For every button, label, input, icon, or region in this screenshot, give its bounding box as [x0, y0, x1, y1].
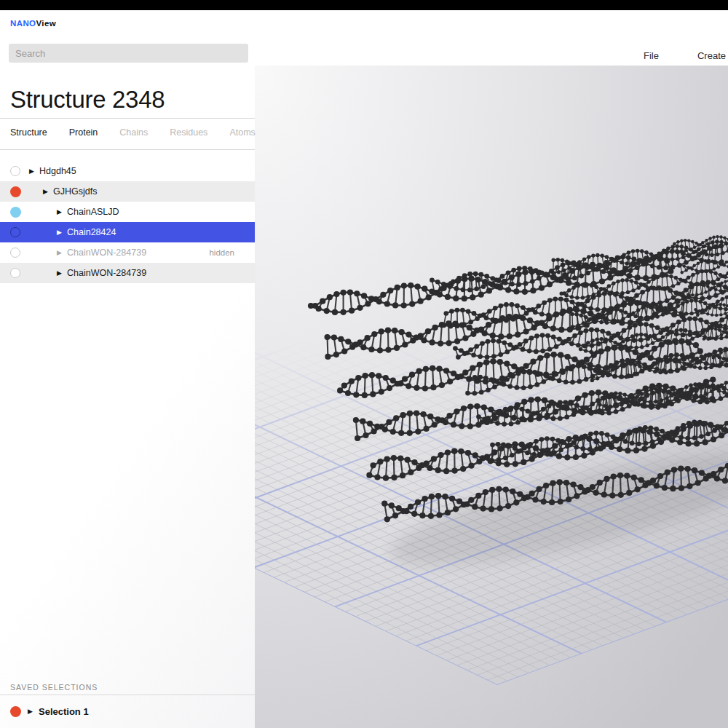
expand-triangle-icon[interactable]: ▶	[57, 229, 62, 237]
divider	[0, 149, 255, 150]
app-logo-secondary: View	[36, 19, 56, 28]
tab-bar: StructureProteinChainsResiduesAtoms	[10, 127, 256, 138]
saved-selections-list: ▶Selection 1	[0, 700, 255, 722]
visibility-status-badge: hidden	[209, 248, 234, 257]
selection-circle-icon[interactable]	[10, 248, 20, 258]
selection-circle-icon[interactable]	[10, 166, 20, 176]
tree-row-label: GJHGsjdfs	[53, 186, 97, 197]
expand-triangle-icon[interactable]: ▶	[57, 208, 62, 216]
tree-row-chainasljd[interactable]: ▶ChainASLJD	[0, 202, 255, 222]
tree-row-label: Hdgdh45	[39, 166, 76, 176]
search-bar	[9, 44, 248, 63]
saved-selections-header: SAVED SELECTIONS	[10, 683, 98, 692]
search-input[interactable]	[9, 44, 248, 63]
structure-tree: ▶Hdgdh45▶GJHGsjdfs▶ChainASLJD▶Chain28424…	[0, 161, 255, 283]
tab-protein[interactable]: Protein	[69, 127, 98, 138]
selection-circle-icon[interactable]	[10, 227, 20, 237]
tab-atoms: Atoms	[229, 127, 255, 138]
expand-triangle-icon[interactable]: ▶	[43, 188, 48, 196]
red-selection-circle-icon[interactable]	[10, 186, 21, 197]
top-menu: FileCreate	[644, 50, 726, 61]
sidebar-panel: Structure 2348 StructureProteinChainsRes…	[0, 66, 255, 728]
tab-chains: Chains	[119, 127, 148, 138]
divider	[0, 695, 255, 695]
divider	[0, 118, 255, 119]
blue-selection-circle-icon[interactable]	[10, 207, 21, 218]
tab-structure[interactable]: Structure	[10, 127, 47, 138]
saved-selection-label: Selection 1	[39, 706, 89, 717]
tree-row-chainwon-284739[interactable]: ▶ChainWON-284739hidden	[0, 242, 255, 263]
selection-circle-icon[interactable]	[10, 268, 20, 278]
expand-triangle-icon[interactable]: ▶	[57, 249, 62, 257]
tree-row-chain28424[interactable]: ▶Chain28424	[0, 222, 255, 242]
red-selection-circle-icon[interactable]	[10, 706, 21, 717]
app-logo: NANOView	[10, 19, 56, 28]
expand-triangle-icon[interactable]: ▶	[28, 708, 33, 716]
tree-row-gjhgsjdfs[interactable]: ▶GJHGsjdfs	[0, 181, 255, 202]
tree-row-hdgdh45[interactable]: ▶Hdgdh45	[0, 161, 255, 181]
tree-row-label: ChainWON-284739	[67, 248, 146, 258]
menu-file[interactable]: File	[644, 50, 659, 61]
saved-selection-row[interactable]: ▶Selection 1	[0, 700, 255, 722]
tree-row-chainwon-284739[interactable]: ▶ChainWON-284739	[0, 263, 255, 283]
app-logo-primary: NANO	[10, 19, 36, 28]
expand-triangle-icon[interactable]: ▶	[57, 269, 62, 277]
tree-row-label: ChainASLJD	[67, 207, 119, 217]
tree-row-label: Chain28424	[67, 227, 116, 237]
expand-triangle-icon[interactable]: ▶	[29, 167, 34, 175]
tab-residues: Residues	[170, 127, 207, 138]
window-title-strip	[0, 0, 728, 10]
viewport-3d-canvas[interactable]	[255, 66, 728, 728]
tree-row-label: ChainWON-284739	[67, 268, 146, 278]
menu-create[interactable]: Create	[697, 50, 726, 61]
page-title: Structure 2348	[10, 86, 165, 114]
scene-svg	[255, 66, 728, 728]
